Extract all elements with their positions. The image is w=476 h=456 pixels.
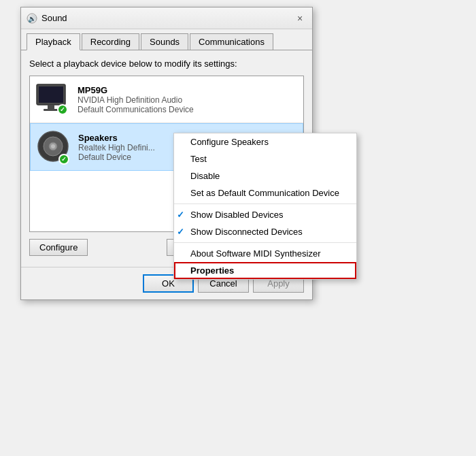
tab-bar: Playback Recording Sounds Communications [21,29,312,50]
context-menu: Configure Speakers Test Disable Set as D… [173,133,357,280]
ctx-separator-1 [174,203,356,204]
dialog-title: Sound [41,13,293,23]
device-name-mp59g: MP59G [78,85,298,95]
monitor-device-icon: ✓ [35,82,71,117]
ctx-test[interactable]: Test [174,150,356,167]
tab-playback[interactable]: Playback [27,33,80,50]
device-desc1-mp59g: NVIDIA High Definition Audio [78,95,298,105]
device-info-mp59g: MP59G NVIDIA High Definition Audio Defau… [78,85,298,114]
ctx-properties[interactable]: Properties [174,262,356,279]
ctx-show-disconnected[interactable]: ✓ Show Disconnected Devices [174,223,356,240]
tab-sounds[interactable]: Sounds [141,33,188,50]
ctx-set-default-comm[interactable]: Set as Default Communication Device [174,184,356,201]
ctx-show-disabled[interactable]: ✓ Show Disabled Devices [174,206,356,223]
svg-rect-5 [44,109,58,111]
ctx-check-show-disconnected: ✓ [177,227,190,237]
ctx-about-midi[interactable]: About Software MIDI Synthesizer [174,245,356,262]
ctx-separator-2 [174,242,356,243]
instruction-text: Select a playback device below to modify… [29,59,304,69]
ctx-disable[interactable]: Disable [174,167,356,184]
sound-icon: 🔊 [27,13,37,24]
ctx-check-show-disabled: ✓ [177,210,190,220]
svg-rect-4 [48,105,54,109]
tab-recording[interactable]: Recording [82,33,139,50]
close-button[interactable]: × [293,12,307,25]
configure-button[interactable]: Configure [29,239,88,256]
svg-point-9 [51,144,55,148]
title-bar: 🔊 Sound × [21,7,312,29]
svg-text:🔊: 🔊 [28,14,37,23]
speaker-device-icon: ✓ [36,129,71,165]
ctx-configure-speakers[interactable]: Configure Speakers [174,133,356,150]
svg-rect-3 [39,86,63,103]
tab-communications[interactable]: Communications [190,33,273,50]
device-item-mp59g[interactable]: ✓ MP59G NVIDIA High Definition Audio Def… [30,76,303,123]
device-desc2-mp59g: Default Communications Device [78,105,298,114]
